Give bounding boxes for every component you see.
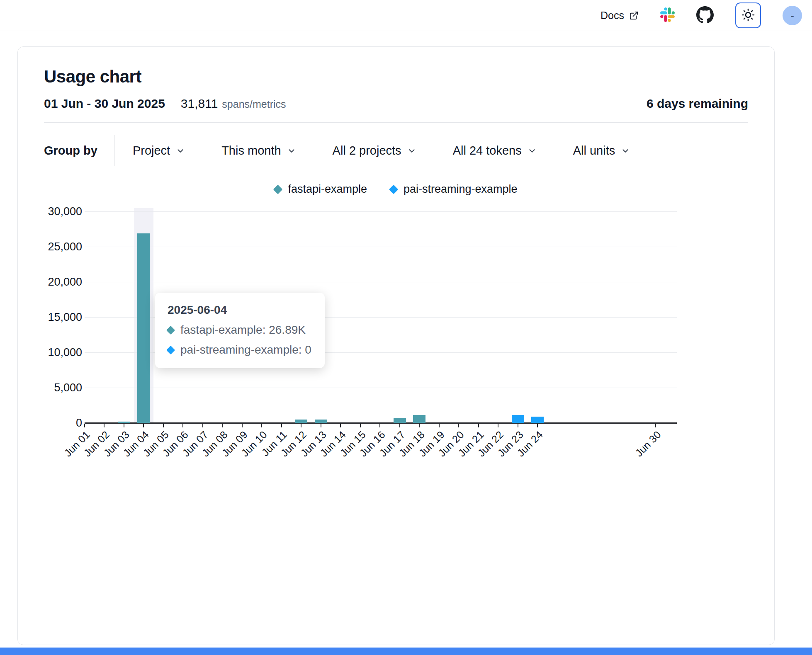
projects-dropdown-value: All 2 projects bbox=[333, 144, 401, 158]
usage-count: 31,811 bbox=[181, 97, 218, 111]
theme-toggle-button[interactable] bbox=[735, 2, 761, 28]
section-divider bbox=[44, 122, 748, 123]
sun-icon bbox=[741, 8, 755, 23]
tokens-dropdown[interactable]: All 24 tokens bbox=[453, 144, 537, 158]
y-axis-label: 15,000 bbox=[44, 311, 82, 324]
series-diamond-icon bbox=[273, 184, 283, 194]
vertical-divider bbox=[114, 135, 114, 166]
usage-summary-row: 01 Jun - 30 Jun 2025 31,811 spans/metric… bbox=[44, 97, 748, 111]
chart-bar-fastapi-example[interactable] bbox=[118, 422, 130, 423]
x-axis-tick bbox=[379, 424, 380, 427]
x-axis-tick bbox=[281, 424, 282, 427]
series-diamond-icon bbox=[389, 184, 399, 194]
tokens-dropdown-value: All 24 tokens bbox=[453, 144, 522, 158]
x-axis-tick bbox=[222, 424, 223, 427]
x-axis-tick bbox=[518, 424, 518, 427]
x-axis-tick bbox=[439, 424, 440, 427]
avatar[interactable]: - bbox=[783, 6, 802, 25]
y-gridline bbox=[85, 388, 677, 388]
chart-bar-fastapi-example[interactable] bbox=[315, 420, 327, 423]
docs-link[interactable]: Docs bbox=[600, 10, 639, 22]
chevron-down-icon bbox=[407, 146, 416, 155]
x-axis-tick bbox=[163, 424, 164, 427]
x-axis-tick bbox=[340, 424, 341, 427]
chart-bar-fastapi-example[interactable] bbox=[295, 420, 307, 423]
chart-bar-pai-streaming-example[interactable] bbox=[512, 415, 524, 423]
tooltip-row: pai-streaming-example: 0 bbox=[168, 343, 311, 357]
chevron-down-icon bbox=[621, 146, 630, 155]
tooltip-date: 2025-06-04 bbox=[168, 303, 311, 317]
date-range: 01 Jun - 30 Jun 2025 bbox=[44, 97, 165, 111]
topbar: Docs - bbox=[0, 0, 812, 31]
series-diamond-icon bbox=[166, 325, 175, 334]
chevron-down-icon bbox=[176, 146, 185, 155]
chart-bar-fastapi-example[interactable] bbox=[413, 415, 425, 423]
usage-bar-chart: 05,00010,00015,00020,00025,00030,000Jun … bbox=[44, 202, 748, 492]
slack-icon bbox=[660, 7, 675, 23]
legend-label: pai-streaming-example bbox=[404, 183, 518, 196]
y-gridline bbox=[85, 282, 677, 282]
x-axis-tick bbox=[104, 424, 105, 427]
days-remaining: 6 days remaining bbox=[647, 97, 748, 111]
x-axis-tick bbox=[182, 424, 183, 427]
bottom-accent-bar bbox=[0, 648, 812, 655]
units-dropdown-value: All units bbox=[573, 144, 615, 158]
y-axis-label: 5,000 bbox=[44, 381, 82, 394]
x-axis-tick bbox=[242, 424, 243, 427]
legend-item-fastapi-example[interactable]: fastapi-example bbox=[275, 183, 367, 196]
chart-bar-pai-streaming-example[interactable] bbox=[531, 417, 544, 423]
y-axis-label: 30,000 bbox=[44, 205, 82, 218]
projects-dropdown[interactable]: All 2 projects bbox=[333, 144, 416, 158]
x-axis-tick bbox=[124, 424, 124, 427]
y-axis-label: 20,000 bbox=[44, 275, 82, 289]
group-by-label: Group by bbox=[44, 144, 97, 158]
chart-tooltip: 2025-06-04fastapi-example: 26.89Kpai-str… bbox=[155, 293, 325, 368]
x-axis-tick bbox=[143, 424, 144, 427]
chart-bar-fastapi-example[interactable] bbox=[394, 418, 406, 423]
units-dropdown[interactable]: All units bbox=[573, 144, 630, 158]
chart-bar-fastapi-example[interactable] bbox=[137, 233, 150, 423]
x-axis-label: Jun 30 bbox=[626, 429, 664, 466]
x-axis-tick bbox=[399, 424, 400, 427]
chevron-down-icon bbox=[528, 146, 537, 155]
group-by-dropdown-value: Project bbox=[133, 144, 170, 158]
chevron-down-icon bbox=[287, 146, 296, 155]
legend-label: fastapi-example bbox=[288, 183, 367, 196]
y-axis-label: 0 bbox=[44, 416, 82, 429]
external-link-icon bbox=[629, 11, 639, 20]
x-axis-tick bbox=[301, 424, 301, 427]
github-link-button[interactable] bbox=[696, 6, 714, 25]
filter-dropdowns: Project This month All 2 projects All 24… bbox=[133, 144, 630, 158]
avatar-label: - bbox=[790, 9, 794, 22]
x-axis-tick bbox=[655, 424, 656, 427]
x-axis-tick bbox=[419, 424, 420, 427]
github-icon bbox=[696, 6, 714, 25]
series-diamond-icon bbox=[166, 345, 175, 354]
filter-row: Group by Project This month All 2 projec… bbox=[44, 135, 748, 166]
y-gridline bbox=[85, 211, 677, 212]
x-axis-tick bbox=[261, 424, 262, 427]
tooltip-row-text: pai-streaming-example: 0 bbox=[180, 343, 311, 357]
slack-link-button[interactable] bbox=[660, 7, 675, 23]
x-axis-tick bbox=[478, 424, 479, 427]
docs-link-label: Docs bbox=[600, 10, 624, 22]
time-range-dropdown[interactable]: This month bbox=[221, 144, 296, 158]
x-axis-tick bbox=[360, 424, 361, 427]
y-axis-label: 10,000 bbox=[44, 346, 82, 359]
legend-item-pai-streaming-example[interactable]: pai-streaming-example bbox=[390, 183, 518, 196]
y-axis-label: 25,000 bbox=[44, 240, 82, 253]
usage-card: Usage chart 01 Jun - 30 Jun 2025 31,811 … bbox=[17, 46, 775, 645]
x-axis-tick bbox=[321, 424, 321, 427]
y-gridline bbox=[85, 247, 677, 247]
page-title: Usage chart bbox=[44, 67, 748, 87]
tooltip-row-text: fastapi-example: 26.89K bbox=[180, 323, 306, 337]
x-axis-tick bbox=[202, 424, 203, 427]
x-axis-tick bbox=[458, 424, 459, 427]
x-axis-tick bbox=[537, 424, 538, 427]
chart-legend: fastapi-example pai-streaming-example bbox=[44, 183, 748, 196]
group-by-dropdown[interactable]: Project bbox=[133, 144, 185, 158]
tooltip-row: fastapi-example: 26.89K bbox=[168, 323, 311, 337]
x-axis-tick bbox=[84, 424, 85, 427]
usage-unit: spans/metrics bbox=[222, 98, 286, 110]
x-axis-tick bbox=[498, 424, 498, 427]
